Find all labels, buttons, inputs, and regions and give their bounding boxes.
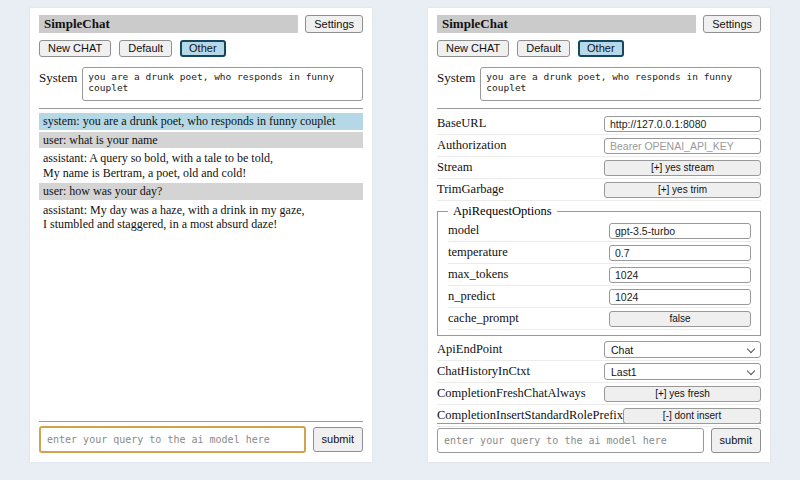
chat-message-system: system: you are a drunk poet, who respon… xyxy=(39,113,363,130)
baseurl-input[interactable] xyxy=(604,116,761,132)
apiendpoint-select[interactable]: Chat xyxy=(604,341,761,358)
settings-label-n-predict: n_predict xyxy=(448,289,495,304)
settings-label-completionfreshchatalways: CompletionFreshChatAlways xyxy=(437,386,586,401)
settings-label-temperature: temperature xyxy=(448,245,508,260)
settings-row-trimgarbage: TrimGarbage[+] yes trim xyxy=(437,179,761,201)
settings-row-temperature: temperature xyxy=(448,242,751,264)
settings-row-max-tokens: max_tokens xyxy=(448,264,751,286)
titlebar: SimpleChat Settings xyxy=(39,15,363,33)
settings-label-apiendpoint: ApiEndPoint xyxy=(437,342,502,357)
divider xyxy=(437,108,761,109)
stream-toggle-button[interactable]: [+] yes stream xyxy=(604,160,761,176)
chat-message-assistant: assistant: A query so bold, with a tale … xyxy=(39,150,363,181)
toolbar-button-default[interactable]: Default xyxy=(119,40,172,57)
settings-label-model: model xyxy=(448,223,479,238)
system-prompt-textarea[interactable]: you are a drunk poet, who responds in fu… xyxy=(480,67,761,101)
chevron-down-icon xyxy=(747,366,755,374)
toolbar: New CHATDefaultOther xyxy=(437,40,761,57)
settings-button[interactable]: Settings xyxy=(305,15,363,33)
settings-label-cache-prompt: cache_prompt xyxy=(448,311,519,326)
apiendpoint-selected-value: Chat xyxy=(611,344,633,356)
authorization-input[interactable] xyxy=(604,138,761,154)
chathistoryinctxt-selected-value: Last1 xyxy=(611,366,637,378)
settings-row-chathistoryinctxt: ChatHistoryInCtxtLast1 xyxy=(437,361,761,383)
settings-label-stream: Stream xyxy=(437,160,472,175)
settings-row-model: model xyxy=(448,220,751,242)
app-title: SimpleChat xyxy=(39,15,298,33)
query-bar: submit xyxy=(437,416,761,453)
settings-button[interactable]: Settings xyxy=(703,15,761,33)
chat-message-user: user: how was your day? xyxy=(39,183,363,200)
cache-prompt-toggle-button[interactable]: false xyxy=(609,311,751,327)
system-label: System xyxy=(437,67,475,86)
chathistoryinctxt-select[interactable]: Last1 xyxy=(604,363,761,380)
settings-list: BaseURLAuthorizationStream[+] yes stream… xyxy=(437,113,761,427)
settings-label-max-tokens: max_tokens xyxy=(448,267,508,282)
panel-settings: SimpleChat Settings New CHATDefaultOther… xyxy=(428,8,770,462)
max-tokens-input[interactable] xyxy=(609,267,751,283)
fieldset-legend: ApiRequestOptions xyxy=(448,204,557,219)
query-bar: submit xyxy=(39,414,363,453)
settings-row-stream: Stream[+] yes stream xyxy=(437,157,761,179)
toolbar-button-other[interactable]: Other xyxy=(578,40,624,57)
app-title: SimpleChat xyxy=(437,15,696,33)
settings-label-authorization: Authorization xyxy=(437,138,506,153)
settings-label-trimgarbage: TrimGarbage xyxy=(437,182,504,197)
fieldset-apirequestoptions: ApiRequestOptionsmodeltemperaturemax_tok… xyxy=(437,204,761,336)
system-label: System xyxy=(39,67,77,86)
system-prompt-textarea[interactable]: you are a drunk poet, who responds in fu… xyxy=(82,67,363,101)
settings-row-completionfreshchatalways: CompletionFreshChatAlways[+] yes fresh xyxy=(437,383,761,405)
submit-button[interactable]: submit xyxy=(711,428,761,453)
divider xyxy=(437,423,761,424)
toolbar-button-new-chat[interactable]: New CHAT xyxy=(39,40,111,57)
system-prompt-row: System you are a drunk poet, who respond… xyxy=(39,67,363,101)
n-predict-input[interactable] xyxy=(609,289,751,305)
chat-messages: system: you are a drunk poet, who respon… xyxy=(39,113,363,233)
toolbar-button-new-chat[interactable]: New CHAT xyxy=(437,40,509,57)
toolbar-button-other[interactable]: Other xyxy=(180,40,226,57)
divider xyxy=(39,108,363,109)
temperature-input[interactable] xyxy=(609,245,751,261)
trimgarbage-toggle-button[interactable]: [+] yes trim xyxy=(604,182,761,198)
divider xyxy=(39,421,363,422)
submit-button[interactable]: submit xyxy=(313,427,363,452)
chat-message-user: user: what is your name xyxy=(39,132,363,149)
titlebar: SimpleChat Settings xyxy=(437,15,761,33)
completionfreshchatalways-toggle-button[interactable]: [+] yes fresh xyxy=(604,386,761,402)
chat-message-assistant: assistant: My day was a haze, with a dri… xyxy=(39,202,363,233)
settings-row-baseurl: BaseURL xyxy=(437,113,761,135)
system-prompt-row: System you are a drunk poet, who respond… xyxy=(437,67,761,101)
settings-label-chathistoryinctxt: ChatHistoryInCtxt xyxy=(437,364,530,379)
query-input[interactable] xyxy=(39,426,306,453)
settings-row-apiendpoint: ApiEndPointChat xyxy=(437,339,761,361)
settings-row-n-predict: n_predict xyxy=(448,286,751,308)
panel-chat: SimpleChat Settings New CHATDefaultOther… xyxy=(30,8,372,462)
settings-row-cache-prompt: cache_promptfalse xyxy=(448,308,751,330)
settings-label-baseurl: BaseURL xyxy=(437,116,486,131)
settings-row-authorization: Authorization xyxy=(437,135,761,157)
query-input[interactable] xyxy=(437,428,704,453)
model-input[interactable] xyxy=(609,223,751,239)
toolbar-button-default[interactable]: Default xyxy=(517,40,570,57)
toolbar: New CHATDefaultOther xyxy=(39,40,363,57)
chevron-down-icon xyxy=(747,344,755,352)
